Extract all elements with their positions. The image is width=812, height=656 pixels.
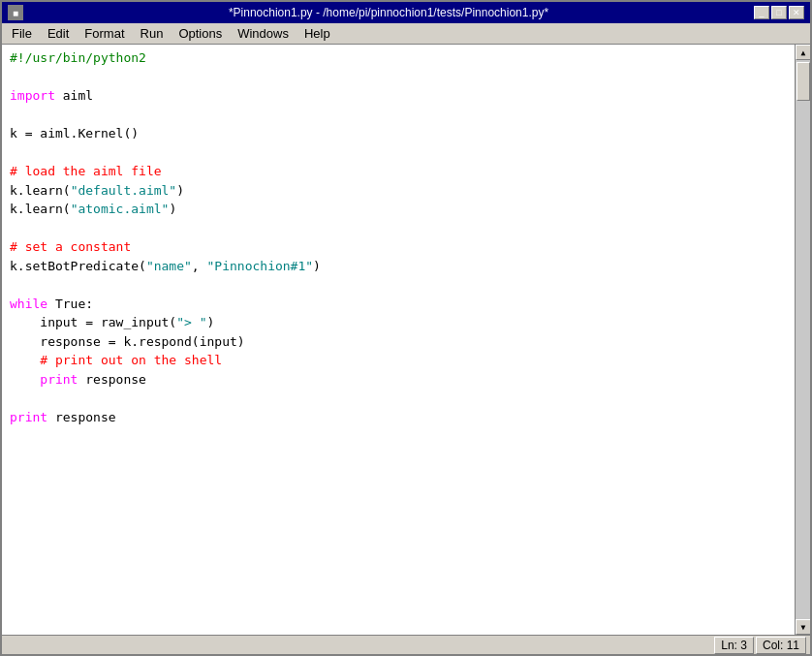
line-number: Ln: 3	[714, 637, 754, 654]
menu-help[interactable]: Help	[297, 24, 338, 43]
maximize-button[interactable]: □	[771, 6, 787, 19]
status-bar: Ln: 3 Col: 11	[2, 635, 810, 654]
col-number: Col: 11	[756, 637, 806, 654]
main-window: ■ *Pinnochion1.py - /home/pi/pinnochion1…	[0, 0, 812, 656]
close-button[interactable]: ✕	[789, 6, 804, 19]
editor-area: #!/usr/bin/python2 import aiml k = aiml.…	[2, 45, 810, 635]
code-editor[interactable]: #!/usr/bin/python2 import aiml k = aiml.…	[2, 45, 795, 635]
title-bar: ■ *Pinnochion1.py - /home/pi/pinnochion1…	[2, 2, 810, 23]
minimize-button[interactable]: _	[754, 6, 769, 19]
scrollbar-track[interactable]	[796, 60, 810, 619]
menu-format[interactable]: Format	[77, 24, 132, 43]
scroll-down-button[interactable]: ▼	[796, 619, 810, 635]
title-bar-controls: _ □ ✕	[754, 6, 804, 19]
window-title: *Pinnochion1.py - /home/pi/pinnochion1/t…	[23, 6, 754, 19]
menu-options[interactable]: Options	[171, 24, 230, 43]
scrollbar-vertical[interactable]: ▲ ▼	[795, 45, 810, 635]
scrollbar-thumb[interactable]	[796, 62, 810, 101]
menu-edit[interactable]: Edit	[40, 24, 77, 43]
menu-bar: File Edit Format Run Options Windows Hel…	[2, 23, 810, 45]
menu-run[interactable]: Run	[133, 24, 172, 43]
window-icon: ■	[8, 5, 23, 20]
menu-file[interactable]: File	[4, 24, 40, 43]
scroll-up-button[interactable]: ▲	[796, 45, 810, 60]
menu-windows[interactable]: Windows	[230, 24, 297, 43]
